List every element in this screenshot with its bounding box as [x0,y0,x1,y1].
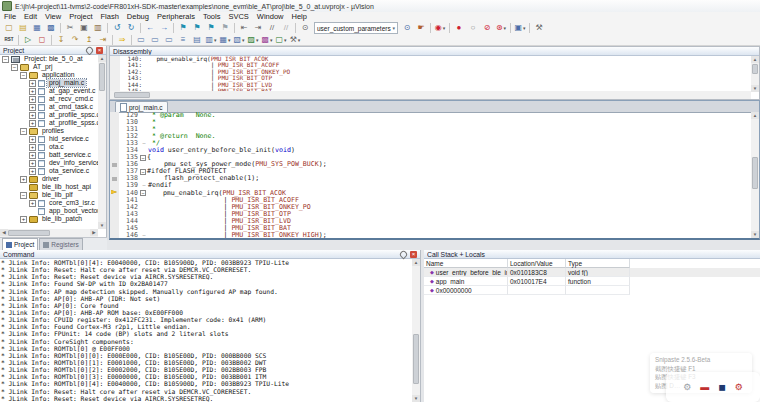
callstack-row-app-main[interactable]: ◆app_main0x010017E4function [424,277,760,286]
tree-item-hid-service-c[interactable]: +hid_service.c [0,135,98,143]
column-name[interactable]: Name [424,259,508,268]
configure-target-icon[interactable]: ⚒ [533,23,545,34]
disassembly-hscrollbar[interactable] [110,91,751,99]
stop-icon[interactable]: ◻ [36,34,48,45]
breakpoint-margin[interactable] [110,126,119,133]
expand-icon[interactable]: + [29,96,36,103]
menu-tools[interactable]: Tools [199,12,225,22]
step-over-icon[interactable]: ↷ [69,34,81,45]
blue-app-icon[interactable]: ◼ [718,382,725,392]
comment-selection-icon[interactable]: // [266,23,278,34]
find-in-files-icon[interactable]: ⊙ [299,23,311,34]
tree-item-application[interactable]: −application [0,71,98,79]
tree-item-at-profile-spss-c[interactable]: +at_profile_spss.c [0,119,98,127]
breakpoint-margin[interactable] [110,204,119,211]
debug-restore-views-icon[interactable]: ▣ [514,23,526,34]
code-editor[interactable]: 129 * @param None.130 *131 *132 * @retur… [110,112,751,238]
breakpoint-margin[interactable] [110,211,119,218]
insert-remove-breakpoint-icon[interactable]: ● [453,23,465,34]
expand-icon[interactable]: + [29,112,36,119]
expand-icon[interactable]: + [29,88,36,95]
tree-item-app-boot-vectors-s[interactable]: app_boot_vectors.s [0,207,98,215]
uncomment-selection-icon[interactable]: // [280,23,292,34]
collapse-icon[interactable]: − [20,128,27,135]
enable-disable-breakpoint-icon[interactable]: ○ [467,23,479,34]
watch-window-icon[interactable]: ▥ [205,34,217,45]
find-next-icon[interactable]: ⊙ [401,23,413,34]
breakpoint-margin[interactable] [110,182,119,189]
show-current-statement-icon[interactable]: ⇒ [116,34,128,45]
expand-icon[interactable]: + [29,144,36,151]
trace-window-icon[interactable]: ▩ [261,34,273,45]
expand-icon[interactable]: + [29,152,36,159]
callstack-row-0x00000000[interactable]: ◆0x00000000 [424,286,760,295]
incremental-find-icon[interactable]: ☛ [415,23,427,34]
fold-end-marker[interactable]: – [140,232,148,238]
editor-line-130[interactable]: 130 * [110,119,751,126]
menu-svcs[interactable]: SVCS [224,12,252,22]
tree-item-ble-lib-host-api[interactable]: ble_lib_host_api [0,183,98,191]
tree-item-profiles[interactable]: −profiles [0,127,98,135]
call-stack-window-icon[interactable]: ▤ [191,34,203,45]
tree-item-proj-main-c[interactable]: +proj_main.c [0,79,98,87]
reset-cpu-icon[interactable]: RST [3,34,15,45]
tree-item-driver[interactable]: +driver [0,175,98,183]
new-file-icon[interactable]: ▢ [3,23,15,34]
tree-item-ota-service-c[interactable]: +ota_service.c [0,167,98,175]
close-icon[interactable] [410,251,417,258]
menu-window[interactable]: Window [253,12,288,22]
collapse-icon[interactable]: − [11,64,18,71]
pin-icon[interactable] [85,45,95,55]
paste-icon[interactable]: ▥ [92,23,104,34]
breakpoint-margin[interactable] [110,140,119,147]
tree-item-ota-c[interactable]: +ota.c [0,143,98,151]
breakpoint-margin[interactable] [110,190,119,197]
breakpoint-margin[interactable] [110,232,119,238]
tree-item-at-profile-spsc-c[interactable]: +at_profile_spsc.c [0,111,98,119]
breakpoint-margin[interactable] [110,161,119,168]
menu-help[interactable]: Help [288,12,311,22]
editor-line-146[interactable]: 146– | PMU_ISR_BIT_ONKEY_HIGH); [110,232,751,238]
pin-icon[interactable] [399,249,409,259]
breakpoint-margin[interactable] [110,225,119,232]
editor-line-132[interactable]: 132 * @return None. [110,133,751,140]
redo-icon[interactable]: ↻ [125,23,137,34]
gear-icon[interactable]: ⚙ [683,382,691,392]
tree-item-at-prj[interactable]: −AT_prj [0,63,98,71]
registers-window-icon[interactable]: ≡ [177,34,189,45]
fold-collapse-icon[interactable]: − [140,190,146,196]
column-location-value[interactable]: Location/Value [508,259,566,268]
tree-item-core-cm3-isr-c[interactable]: +core_cm3_isr.c [0,199,98,207]
search-combo[interactable]: user_custom_parameters [314,22,398,34]
tree-item-project-ble-5-0-at[interactable]: −Project: ble_5_0_at [0,55,98,63]
breakpoint-margin[interactable] [110,154,119,161]
command-output[interactable]: * JLink Info: ROMTbl[0][4]: E0040000, CI… [1,259,412,402]
breakpoint-margin[interactable] [110,218,119,225]
start-stop-debug-session-icon[interactable]: ◉ [434,23,446,34]
unindent-icon[interactable]: ⇤ [238,23,250,34]
cut-icon[interactable]: ✂ [64,23,76,34]
toolbox-icon[interactable]: ⚒ [289,34,301,45]
editor-line-134[interactable]: 134void user_entry_before_ble_init(void) [110,147,751,154]
system-viewer-icon[interactable]: ▢ [275,34,287,45]
step-out-icon[interactable]: ↥ [83,34,95,45]
collapse-icon[interactable]: − [20,72,27,79]
expand-icon[interactable]: + [29,136,36,143]
tree-item-at-recv-cmd-c[interactable]: +at_recv_cmd.c [0,95,98,103]
symbol-window-icon[interactable]: ▭ [163,34,175,45]
breakpoint-margin[interactable] [110,175,119,182]
expand-icon[interactable]: + [29,120,36,127]
project-tree-hscrollbar[interactable]: ◀▶ [0,229,98,237]
fold-end-marker[interactable]: – [140,140,148,147]
disable-all-breakpoints-icon[interactable]: ⊘ [481,23,493,34]
command-window-icon[interactable]: ▭ [135,34,147,45]
workspace-tab-registers[interactable]: Registers [39,238,82,250]
breakpoint-margin[interactable] [110,168,119,175]
column-type[interactable]: Type [566,259,630,268]
workspace-tab-project[interactable]: Project [2,238,38,250]
breakpoint-margin[interactable] [110,197,119,204]
callstack-row-user-entry-before-ble-init[interactable]: ◆user_entry_before_ble_init0x010183C8voi… [424,268,760,277]
navigate-back-icon[interactable]: ← [144,23,156,34]
kill-all-breakpoints-icon[interactable]: ⊛ [495,23,507,34]
bookmark-next-icon[interactable]: ⚑ [205,23,217,34]
